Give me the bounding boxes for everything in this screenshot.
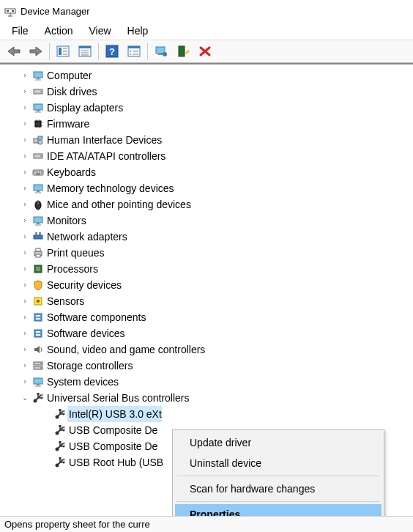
tree-item[interactable]: ›Firmware (0, 116, 413, 132)
chevron-right-icon[interactable] (41, 438, 53, 454)
tree-item[interactable]: ›Monitors (0, 213, 413, 229)
tree-item[interactable]: ›Computer (0, 67, 413, 84)
chevron-right-icon[interactable]: › (19, 277, 31, 293)
chevron-right-icon[interactable]: › (19, 148, 31, 164)
chevron-right-icon[interactable] (41, 454, 53, 470)
chevron-right-icon[interactable]: › (19, 67, 31, 84)
device-tree[interactable]: ›Computer›Disk drives›Display adapters›F… (0, 63, 413, 473)
chevron-right-icon[interactable] (41, 406, 53, 422)
svg-rect-35 (35, 121, 41, 127)
chevron-right-icon[interactable]: › (19, 116, 31, 132)
svg-rect-11 (79, 46, 91, 48)
tree-item[interactable]: ›Network adapters (0, 229, 413, 245)
show-hide-tree-button[interactable] (52, 41, 74, 62)
window-title: Device Manager (21, 6, 90, 17)
context-menu-item[interactable]: Uninstall device (175, 453, 382, 473)
svg-point-19 (130, 51, 131, 52)
tree-item[interactable]: ›Sensors (0, 293, 413, 309)
tree-item[interactable]: ›Disk drives (0, 84, 413, 100)
toolbar-separator (49, 43, 50, 60)
tree-item[interactable]: ›Sound, video and game controllers (0, 341, 413, 358)
svg-rect-70 (36, 267, 40, 271)
svg-point-82 (40, 367, 42, 369)
chevron-down-icon[interactable]: ⌄ (19, 390, 31, 406)
chevron-right-icon[interactable]: › (19, 196, 31, 213)
tree-item-label: Monitors (45, 213, 86, 229)
usb-icon (31, 391, 45, 404)
context-menu-item[interactable]: Scan for hardware changes (175, 479, 382, 499)
svg-rect-45 (38, 136, 42, 139)
svg-rect-53 (41, 171, 42, 173)
monitor-icon (31, 214, 45, 227)
help-button[interactable]: ? (101, 41, 123, 62)
chevron-right-icon[interactable]: › (19, 229, 31, 245)
tree-item[interactable]: ›Memory technology devices (0, 180, 413, 196)
tree-item[interactable]: ›System devices (0, 374, 413, 390)
action-list-button[interactable] (123, 41, 145, 62)
chevron-right-icon[interactable]: › (19, 358, 31, 374)
tree-item[interactable]: ›Processors (0, 261, 413, 277)
menu-help[interactable]: Help (120, 23, 156, 38)
tree-item[interactable]: ›Display adapters (0, 100, 413, 116)
tree-item[interactable]: ›IDE ATA/ATAPI controllers (0, 148, 413, 164)
toolbar: ? (0, 40, 413, 63)
tree-item[interactable]: ›Keyboards (0, 164, 413, 180)
context-menu-item[interactable]: Update driver (175, 432, 382, 453)
properties-button[interactable] (74, 41, 96, 62)
update-driver-button[interactable] (150, 41, 172, 62)
back-button[interactable] (3, 41, 25, 62)
keyboard-icon (31, 166, 45, 179)
chevron-right-icon[interactable]: › (19, 309, 31, 325)
tree-item[interactable]: ›Human Interface Devices (0, 132, 413, 148)
chevron-right-icon[interactable]: › (19, 180, 31, 196)
sound-icon (31, 343, 45, 356)
svg-rect-2 (12, 10, 14, 12)
chevron-right-icon[interactable]: › (19, 213, 31, 229)
usb-icon (53, 456, 67, 469)
svg-point-48 (40, 155, 42, 157)
chevron-right-icon[interactable]: › (19, 293, 31, 309)
chevron-right-icon[interactable] (41, 422, 53, 438)
chevron-right-icon[interactable]: › (19, 100, 31, 116)
tree-item[interactable]: ›Software devices (0, 325, 413, 341)
svg-rect-78 (36, 334, 40, 336)
svg-point-25 (163, 52, 167, 56)
context-menu: Update driverUninstall deviceScan for ha… (172, 429, 384, 528)
chevron-right-icon[interactable]: › (19, 374, 31, 390)
tree-item[interactable]: Intel(R) USB 3.0 eXt (0, 406, 413, 422)
menu-action[interactable]: Action (37, 23, 81, 38)
chevron-right-icon[interactable]: › (19, 325, 31, 341)
menu-view[interactable]: View (81, 23, 118, 38)
tree-item[interactable]: ⌄Universal Serial Bus controllers (0, 390, 413, 406)
drive-icon (31, 149, 45, 163)
tree-item[interactable]: ›Print queues (0, 245, 413, 261)
svg-rect-61 (37, 223, 40, 224)
svg-rect-52 (39, 171, 40, 173)
chevron-right-icon[interactable]: › (19, 132, 31, 148)
chevron-right-icon[interactable]: › (19, 261, 31, 277)
scan-hardware-button[interactable] (172, 41, 194, 62)
svg-rect-60 (34, 217, 42, 223)
menu-file[interactable]: File (4, 23, 36, 38)
menubar: File Action View Help (0, 22, 413, 40)
tree-item-label: Software components (45, 309, 146, 325)
storage-icon (31, 359, 45, 372)
chevron-right-icon[interactable]: › (19, 341, 31, 358)
tree-item[interactable]: ›Security devices (0, 277, 413, 293)
tree-item-label: Computer (45, 67, 92, 84)
svg-rect-32 (34, 104, 42, 110)
tree-item[interactable]: ›Storage controllers (0, 358, 413, 374)
tree-item-label: Universal Serial Bus controllers (45, 390, 190, 406)
tree-item[interactable]: ›Software components (0, 309, 413, 325)
tree-item-label: Storage controllers (45, 358, 133, 374)
chevron-right-icon[interactable]: › (19, 245, 31, 261)
svg-rect-83 (34, 378, 42, 384)
soft-icon (31, 311, 45, 324)
hid-icon (31, 133, 45, 147)
chevron-right-icon[interactable]: › (19, 164, 31, 180)
uninstall-button[interactable] (194, 41, 216, 62)
forward-button[interactable] (25, 41, 47, 62)
tree-item[interactable]: ›Mice and other pointing devices (0, 196, 413, 213)
chevron-right-icon[interactable]: › (19, 84, 31, 100)
svg-rect-1 (7, 10, 9, 12)
